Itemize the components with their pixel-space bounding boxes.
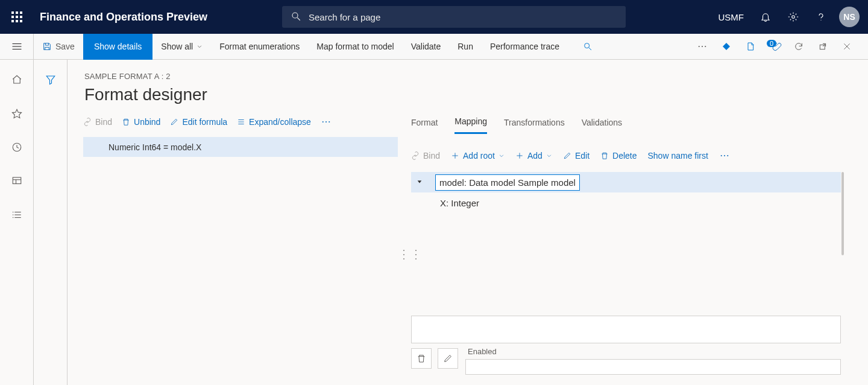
- show-name-first-label: Show name first: [647, 151, 708, 161]
- tree-scrollbar[interactable]: [841, 172, 844, 255]
- show-name-first-button[interactable]: Show name first: [647, 151, 708, 161]
- notifications-button[interactable]: [752, 0, 779, 34]
- recents-nav-button[interactable]: [5, 138, 29, 156]
- svg-marker-17: [12, 109, 21, 118]
- detail-delete-button[interactable]: [411, 348, 432, 369]
- trash-icon: [122, 118, 130, 126]
- app-title: Finance and Operations Preview: [40, 11, 207, 24]
- modules-nav-button[interactable]: [5, 206, 29, 224]
- ellipsis-icon: [321, 116, 332, 127]
- pencil-icon: [563, 151, 571, 160]
- mapping-delete-button[interactable]: Delete: [600, 151, 637, 161]
- page-search-button[interactable]: [576, 34, 599, 60]
- refresh-button[interactable]: [787, 34, 810, 60]
- datasource-tree-row[interactable]: X: Integer: [411, 192, 841, 213]
- filter-column: [34, 60, 68, 385]
- svg-rect-19: [13, 177, 21, 184]
- svg-point-32: [322, 121, 324, 122]
- map-format-to-model-button[interactable]: Map format to model: [308, 34, 402, 60]
- format-tree-row-label: Numeric Int64 = model.X: [108, 142, 201, 152]
- save-button[interactable]: Save: [34, 34, 83, 60]
- attachments-button[interactable]: 0: [763, 34, 786, 60]
- unbind-button[interactable]: Unbind: [122, 117, 160, 127]
- edit-formula-label: Edit formula: [182, 117, 227, 127]
- expand-collapse-button[interactable]: Expand/collapse: [237, 117, 311, 127]
- show-all-button[interactable]: Show all: [153, 34, 211, 60]
- format-more-button[interactable]: [321, 116, 332, 127]
- datasource-tree-row[interactable]: model: Data model Sample model: [411, 172, 841, 192]
- datasource-row-label: X: Integer: [440, 198, 479, 208]
- expand-toggle[interactable]: [411, 178, 428, 186]
- format-tree: Numeric Int64 = model.X: [83, 137, 398, 157]
- trash-icon: [600, 151, 609, 160]
- save-label: Save: [55, 42, 75, 51]
- filter-button[interactable]: [39, 71, 63, 89]
- tab-format[interactable]: Format: [411, 118, 438, 133]
- mapping-bind-button[interactable]: Bind: [411, 151, 440, 161]
- search-icon: [291, 11, 301, 24]
- add-label: Add: [527, 151, 542, 161]
- pane-splitter[interactable]: ⋮⋮: [398, 247, 422, 261]
- chevron-down-icon: [546, 153, 552, 159]
- pencil-icon: [443, 354, 453, 363]
- validate-button[interactable]: Validate: [403, 34, 450, 60]
- app-launcher[interactable]: [0, 0, 34, 34]
- add-root-button[interactable]: Add root: [451, 151, 505, 161]
- tab-validations[interactable]: Validations: [582, 118, 622, 133]
- link-icon: [83, 118, 92, 126]
- svg-point-33: [326, 121, 327, 122]
- search-icon: [583, 42, 593, 51]
- settings-button[interactable]: [780, 0, 807, 34]
- tab-mapping[interactable]: Mapping: [454, 116, 487, 134]
- global-search-input[interactable]: [282, 6, 626, 28]
- more-actions-button[interactable]: [691, 34, 714, 60]
- pencil-icon: [170, 118, 178, 126]
- add-button[interactable]: Add: [515, 151, 552, 161]
- format-tree-row[interactable]: Numeric Int64 = model.X: [83, 137, 398, 157]
- svg-point-0: [292, 13, 298, 18]
- user-avatar[interactable]: NS: [839, 7, 860, 27]
- help-icon: [816, 11, 826, 22]
- power-apps-button[interactable]: [715, 34, 738, 60]
- svg-marker-42: [418, 180, 422, 183]
- mapping-edit-button[interactable]: Edit: [563, 151, 590, 161]
- waffle-icon: [11, 11, 22, 22]
- office-button[interactable]: [739, 34, 762, 60]
- enabled-label: Enabled: [468, 347, 497, 356]
- nav-toggle-button[interactable]: [0, 34, 34, 60]
- plus-icon: [515, 151, 524, 160]
- enabled-field[interactable]: [465, 359, 841, 375]
- bind-button[interactable]: Bind: [83, 117, 112, 127]
- environment-label[interactable]: USMF: [711, 12, 752, 22]
- ellipsis-icon: [719, 150, 730, 161]
- datasource-row-label: model: Data model Sample model: [435, 174, 580, 191]
- workspaces-nav-button[interactable]: [5, 172, 29, 190]
- svg-point-11: [705, 46, 706, 47]
- help-button[interactable]: [808, 0, 834, 34]
- delete-label: Delete: [612, 151, 637, 161]
- home-nav-button[interactable]: [5, 71, 29, 89]
- run-button[interactable]: Run: [449, 34, 482, 60]
- edit-formula-button[interactable]: Edit formula: [170, 117, 227, 127]
- page-title: Format designer: [84, 85, 207, 104]
- detail-tabs: Format Mapping Transformations Validatio…: [411, 116, 622, 134]
- mapping-bind-label: Bind: [423, 151, 440, 161]
- detail-panel: [411, 316, 841, 343]
- save-icon: [42, 42, 52, 51]
- close-button[interactable]: [835, 34, 858, 60]
- tab-transformations[interactable]: Transformations: [504, 118, 565, 133]
- format-enumerations-button[interactable]: Format enumerations: [211, 34, 308, 60]
- popup-button[interactable]: [811, 34, 834, 60]
- svg-point-40: [724, 155, 725, 156]
- show-details-button[interactable]: Show details: [83, 34, 153, 60]
- favorites-nav-button[interactable]: [5, 104, 29, 122]
- mapping-more-button[interactable]: [719, 150, 730, 161]
- performance-trace-button[interactable]: Performance trace: [482, 34, 568, 60]
- popup-icon: [818, 42, 828, 51]
- gear-icon: [788, 11, 799, 22]
- svg-line-8: [589, 48, 591, 50]
- format-toolbar: Bind Unbind Edit formula Expand/collapse: [83, 116, 332, 127]
- ellipsis-icon: [697, 41, 708, 52]
- detail-edit-button[interactable]: [438, 348, 458, 369]
- chevron-down-icon: [498, 153, 505, 159]
